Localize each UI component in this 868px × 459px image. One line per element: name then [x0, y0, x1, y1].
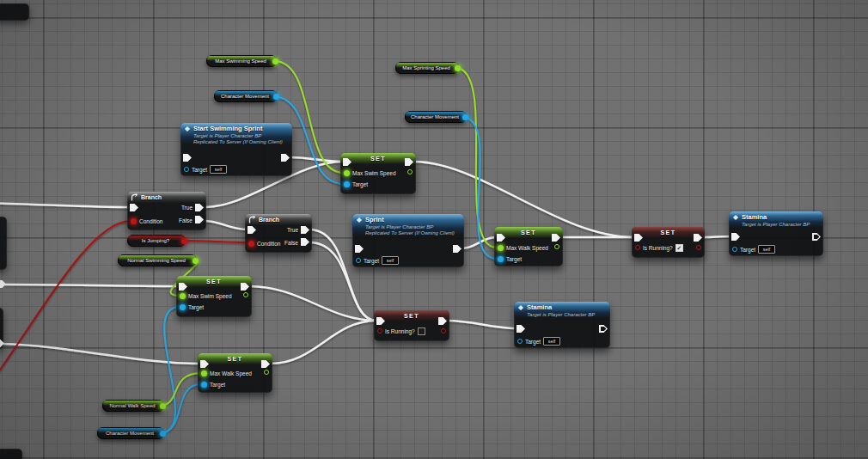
value-in-pin[interactable]	[344, 170, 350, 176]
wire-exec[interactable]	[2, 344, 200, 364]
value-out-pin[interactable]	[696, 245, 701, 250]
value-out-pin[interactable]	[264, 370, 269, 375]
variable-getter-character-movement[interactable]: Character Movement	[405, 111, 467, 123]
exec-out-pin[interactable]	[812, 233, 821, 241]
exec-in-pin[interactable]	[731, 233, 740, 241]
wire-bool[interactable]	[0, 221, 131, 413]
wire-float[interactable]	[159, 373, 201, 406]
value-out-pin[interactable]	[243, 292, 248, 297]
wire-exec[interactable]	[0, 203, 130, 207]
cut-node-fragment[interactable]	[0, 3, 29, 21]
output-pin[interactable]	[160, 431, 166, 437]
cut-node-fragment[interactable]	[0, 449, 22, 459]
set-node-is-running-true[interactable]: SET Is Running? ✓	[632, 227, 705, 258]
value-in-pin[interactable]	[180, 293, 186, 299]
wire-exec[interactable]	[204, 221, 248, 230]
set-node-is-running-false[interactable]: SET Is Running?	[374, 310, 449, 341]
target-pin[interactable]	[344, 181, 350, 187]
exec-false-pin[interactable]	[195, 216, 204, 223]
pin-label: Condition	[257, 241, 280, 247]
self-value-box[interactable]: self	[758, 245, 775, 254]
node-subtitle: Target is Player Character BP	[514, 312, 610, 318]
blueprint-graph-canvas[interactable]: Max Swimming Speed Character Movement Ma…	[0, 0, 868, 459]
variable-getter-character-movement[interactable]: Character Movement	[214, 90, 278, 102]
output-pin[interactable]	[455, 65, 461, 71]
variable-getter-character-movement[interactable]: Character Movement	[97, 427, 164, 439]
self-value-box[interactable]: self	[210, 165, 227, 174]
set-header: SET	[340, 153, 416, 164]
set-node-max-swim-speed[interactable]: SET Max Swim Speed Target	[340, 153, 416, 194]
target-pin[interactable]	[184, 167, 189, 172]
getter-label: Max Swimming Speed	[210, 58, 273, 64]
pin-label: Target	[352, 181, 368, 187]
branch-node[interactable]: Branch Condition True False	[127, 192, 206, 230]
self-value-box[interactable]: self	[543, 337, 560, 346]
self-value-box[interactable]: self	[382, 256, 399, 265]
wire-bool[interactable]	[182, 241, 248, 242]
exec-out-pin[interactable]	[453, 245, 462, 253]
exec-out-pin[interactable]	[599, 325, 608, 333]
value-in-pin[interactable]	[201, 370, 207, 376]
output-pin[interactable]	[272, 58, 278, 64]
exec-in-pin[interactable]	[355, 245, 364, 253]
exec-true-pin[interactable]	[195, 204, 204, 211]
getter-label: Character Movement	[101, 431, 161, 436]
wire-object[interactable]	[159, 384, 201, 433]
condition-pin[interactable]	[131, 218, 137, 224]
value-out-pin[interactable]	[554, 244, 559, 249]
cut-node-fragment[interactable]	[0, 217, 7, 270]
event-node-sprint[interactable]: Sprint Target is Player Character BP Rep…	[352, 214, 464, 267]
bool-checkbox[interactable]	[418, 327, 425, 335]
set-node-max-walk-speed[interactable]: SET Max Walk Speed Target	[494, 227, 563, 266]
value-in-pin[interactable]	[377, 328, 382, 334]
set-header: SET	[198, 353, 272, 364]
target-pin[interactable]	[356, 258, 361, 263]
node-header: Sprint Target is Player Character BP Rep…	[352, 214, 464, 236]
wire-exec[interactable]	[702, 236, 731, 237]
pin-label: False	[284, 240, 298, 246]
function-node-stamina[interactable]: Stamina Target is Player Character BP Ta…	[729, 211, 823, 256]
wire-exec[interactable]	[447, 321, 517, 328]
target-pin[interactable]	[180, 304, 186, 310]
output-pin[interactable]	[181, 238, 187, 244]
target-pin[interactable]	[498, 256, 504, 262]
exec-in-pin[interactable]	[130, 204, 138, 211]
variable-getter-is-jumping[interactable]: Is Jumping?	[127, 235, 186, 247]
target-pin[interactable]	[201, 382, 207, 388]
output-pin[interactable]	[273, 94, 279, 100]
target-pin[interactable]	[517, 339, 523, 344]
output-pin[interactable]	[193, 258, 199, 264]
pin-label: Is Running?	[385, 328, 415, 334]
value-in-pin[interactable]	[635, 245, 640, 250]
branch-node[interactable]: Branch Condition True False	[245, 214, 312, 253]
exec-true-pin[interactable]	[301, 226, 309, 234]
exec-in-pin[interactable]	[183, 154, 192, 162]
exec-false-pin[interactable]	[301, 238, 309, 246]
output-pin[interactable]	[462, 114, 468, 120]
set-node-max-swim-speed[interactable]: SET Max Swim Speed Target	[176, 276, 252, 317]
variable-getter-max-swimming-speed[interactable]: Max Swimming Speed	[206, 55, 277, 67]
exec-out-pin[interactable]	[281, 154, 290, 162]
function-node-stamina[interactable]: Stamina Target is Player Character BP Ta…	[514, 302, 610, 348]
exec-in-pin[interactable]	[517, 325, 525, 333]
variable-getter-max-sprinting-speed[interactable]: Max Sprinting Speed	[395, 62, 459, 74]
value-out-pin[interactable]	[441, 328, 446, 334]
pin-label: Target	[192, 167, 207, 173]
exec-in-pin[interactable]	[248, 226, 256, 234]
value-in-pin[interactable]	[498, 245, 504, 251]
wire-object[interactable]	[159, 307, 180, 433]
variable-getter-normal-walk-speed[interactable]: Normal Walk Speed	[102, 400, 164, 412]
node-title: Stamina	[742, 213, 767, 221]
event-node-start-swimming-sprint[interactable]: Start Swimming Sprint Target is Player C…	[180, 123, 292, 176]
set-node-max-walk-speed[interactable]: SET Max Walk Speed Target	[198, 353, 272, 393]
wire-exec[interactable]	[270, 321, 376, 364]
value-out-pin[interactable]	[407, 169, 413, 174]
pin-label: Is Running?	[643, 245, 673, 251]
target-pin[interactable]	[732, 247, 737, 252]
wire-exec[interactable]	[5, 285, 179, 286]
condition-pin[interactable]	[248, 241, 254, 247]
variable-getter-normal-swimming-speed[interactable]: Normal Swimming Speed	[118, 254, 197, 266]
branch-icon	[248, 216, 256, 223]
bool-checkbox[interactable]: ✓	[675, 244, 683, 252]
output-pin[interactable]	[160, 403, 166, 409]
